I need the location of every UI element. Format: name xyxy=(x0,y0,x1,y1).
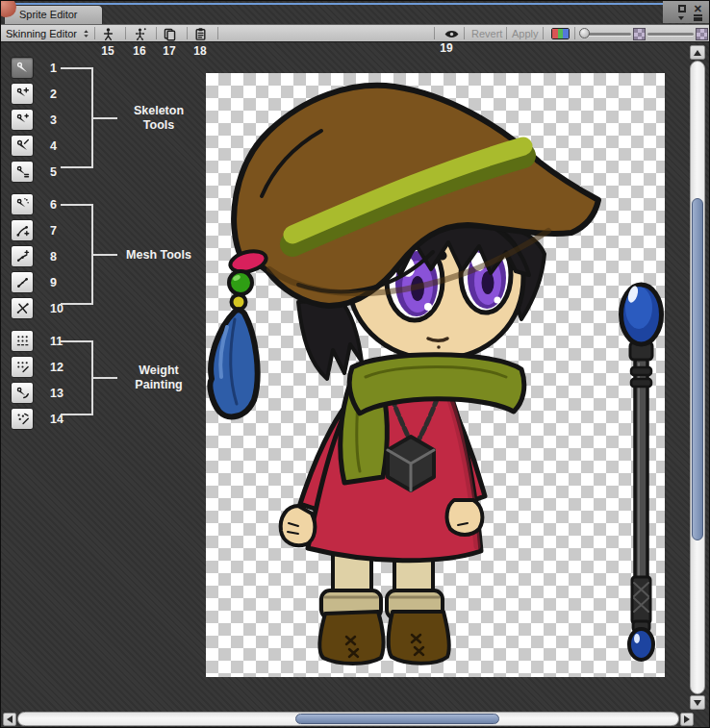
edit-joints-icon xyxy=(15,87,30,101)
tool-row: 5 xyxy=(11,161,205,183)
arrow-up-icon xyxy=(694,50,701,56)
rgb-channels-icon[interactable] xyxy=(551,28,570,39)
tool-button-edit-geometry[interactable] xyxy=(11,219,34,241)
edit-geometry-icon xyxy=(15,223,30,238)
split-edge-icon xyxy=(15,301,30,315)
annotation-bracket xyxy=(61,204,93,305)
tool-row: 10 xyxy=(11,297,205,319)
vertical-scroll-thumb[interactable] xyxy=(692,198,703,540)
tool-button-bone-influence[interactable] xyxy=(11,408,34,430)
annotation-number: 15 xyxy=(98,44,117,58)
tool-button-create-vertex[interactable] xyxy=(11,245,34,267)
auto-weights-icon xyxy=(15,334,30,348)
copy-icon[interactable] xyxy=(159,26,180,41)
paste-icon[interactable] xyxy=(190,26,211,41)
mode-dropdown-label: Skinning Editor xyxy=(6,28,77,39)
apply-button[interactable]: Apply xyxy=(512,28,539,39)
maximize-icon[interactable] xyxy=(678,5,686,13)
scroll-up-button[interactable] xyxy=(690,45,705,60)
split-bone-icon xyxy=(15,138,30,153)
tool-groups: 12345SkeletonTools678910Mesh Tools111213… xyxy=(11,57,205,440)
weight-brush-icon xyxy=(15,386,30,400)
create-bone-chain-icon xyxy=(15,113,30,127)
tool-button-create-bone-chain[interactable] xyxy=(11,109,34,131)
bracket-tick xyxy=(93,254,117,256)
hat-charm xyxy=(210,248,267,417)
mode-dropdown[interactable]: Skinning Editor xyxy=(6,25,90,41)
popup-arrows-icon xyxy=(82,28,90,39)
window-controls: ✕ xyxy=(663,1,709,23)
revert-button[interactable]: Revert xyxy=(471,28,502,39)
chibi-witch-sprite xyxy=(206,73,665,677)
reparent-bone-icon xyxy=(15,164,30,179)
tool-group-label: WeightPainting xyxy=(118,364,199,392)
tool-row: 1 xyxy=(11,57,205,79)
titlebar: Sprite Editor ✕ xyxy=(1,1,709,24)
tool-button-auto-weights[interactable] xyxy=(11,330,34,352)
horizontal-scrollbar[interactable] xyxy=(17,712,679,726)
create-vertex-icon xyxy=(15,249,30,264)
tool-group-label-line: Painting xyxy=(118,378,199,392)
weight-slider-icon xyxy=(15,360,30,374)
sprite-canvas[interactable] xyxy=(206,73,665,677)
tool-button-split-edge[interactable] xyxy=(11,297,34,319)
tool-button-create-bone[interactable] xyxy=(11,57,34,79)
create-bone-icon xyxy=(15,61,30,75)
annotation-number: 16 xyxy=(130,44,149,58)
alpha-checker-icon xyxy=(633,28,646,40)
annotation-bracket xyxy=(61,340,93,415)
tool-button-split-bone[interactable] xyxy=(11,135,34,157)
toolbar: Skinning Editor Revert Apply xyxy=(1,24,709,42)
legs xyxy=(319,552,448,664)
tool-group-label: SkeletonTools xyxy=(118,104,199,133)
annotation-number: 18 xyxy=(190,44,210,58)
create-edge-icon xyxy=(15,275,30,289)
eye-icon[interactable] xyxy=(440,26,463,41)
tool-button-weight-slider[interactable] xyxy=(11,356,34,378)
tool-row: 9 xyxy=(11,271,205,293)
tab-sprite-editor[interactable]: Sprite Editor xyxy=(4,5,103,24)
alpha-checker-icon xyxy=(696,28,708,40)
bracket-tick xyxy=(93,117,117,119)
visibility-figure-icon[interactable] xyxy=(97,26,118,41)
window-menu-caret-icon[interactable] xyxy=(678,16,684,20)
tool-group-1: 678910Mesh Tools xyxy=(11,193,205,319)
bone-influence-icon xyxy=(15,412,30,426)
paste-icon xyxy=(193,27,208,41)
tool-button-auto-geometry[interactable] xyxy=(11,193,34,215)
scroll-down-button[interactable] xyxy=(690,695,705,710)
arrow-right-icon xyxy=(684,715,690,723)
tool-group-label-line: Weight xyxy=(118,364,199,378)
dotted-figure-icon[interactable] xyxy=(129,26,150,41)
tool-row: 11 xyxy=(11,330,205,352)
tool-group-label: Mesh Tools xyxy=(118,247,199,262)
figure-icon xyxy=(101,27,115,41)
scroll-left-button[interactable] xyxy=(3,713,16,726)
tool-row: 7 xyxy=(11,219,205,241)
annotation-number: 19 xyxy=(437,41,456,55)
tool-row: 14 xyxy=(11,408,205,430)
tool-button-weight-brush[interactable] xyxy=(11,382,34,404)
sprite-editor-window: Sprite Editor ✕ Skinning Editor Revert xyxy=(0,0,710,728)
tool-group-label-line: Skeleton xyxy=(118,104,199,118)
tool-group-label-line: Mesh Tools xyxy=(118,247,199,262)
tool-button-reparent-bone[interactable] xyxy=(11,161,34,183)
alpha-slider-track[interactable] xyxy=(647,33,694,36)
annotation-bracket xyxy=(61,67,93,168)
arrow-down-icon xyxy=(694,700,701,706)
tool-group-label-line: Tools xyxy=(118,118,199,133)
vertical-scrollbar[interactable] xyxy=(690,61,705,694)
tool-button-create-edge[interactable] xyxy=(11,271,34,293)
magic-staff xyxy=(621,285,662,660)
window-menu-icon[interactable] xyxy=(694,14,702,21)
scroll-right-button[interactable] xyxy=(680,713,694,726)
annotation-number: 17 xyxy=(160,44,179,58)
horizontal-scroll-thumb[interactable] xyxy=(295,714,499,724)
tool-row: 4 xyxy=(11,135,205,157)
tool-button-edit-joints[interactable] xyxy=(11,83,34,105)
tool-row: 6 xyxy=(11,193,205,215)
focus-accent-line xyxy=(1,3,709,5)
auto-geometry-icon xyxy=(15,197,30,212)
zoom-slider-knob[interactable] xyxy=(579,28,590,38)
tool-group-2: 11121314WeightPainting xyxy=(11,330,205,430)
